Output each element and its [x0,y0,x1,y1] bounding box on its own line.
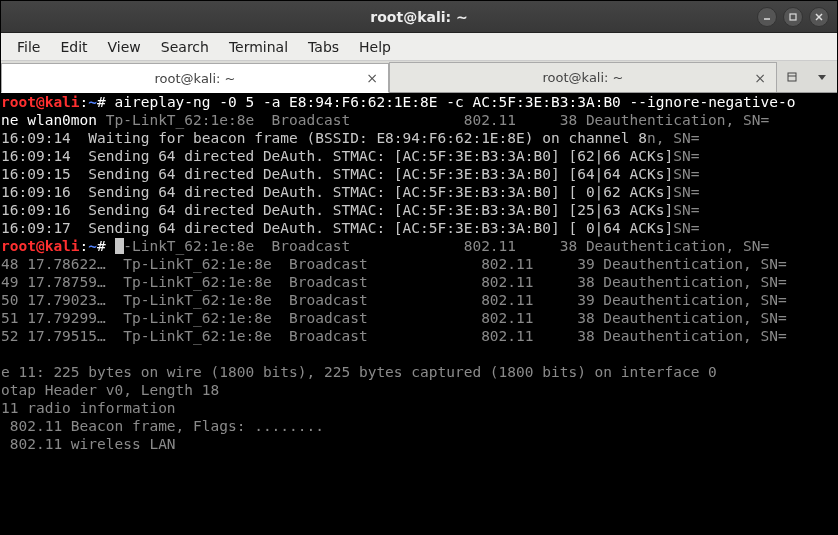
svg-marker-6 [818,75,826,80]
tab-label: root@kali: ~ [543,70,624,85]
menu-terminal[interactable]: Terminal [221,36,296,58]
menu-edit[interactable]: Edit [52,36,95,58]
tab-close-icon[interactable]: × [366,70,378,86]
window-title: root@kali: ~ [1,9,837,25]
svg-rect-4 [788,73,796,81]
menu-view[interactable]: View [100,36,149,58]
window-controls [757,7,829,27]
terminal-area[interactable]: root@kali:~# aireplay-ng -0 5 -a E8:94:F… [1,93,837,534]
menu-tabs[interactable]: Tabs [300,36,347,58]
menu-file[interactable]: File [9,36,48,58]
maximize-button[interactable] [783,7,803,27]
svg-rect-1 [790,14,796,20]
tab-label: root@kali: ~ [155,71,236,86]
tab-extras [777,62,837,92]
tab-dropdown-icon[interactable] [814,69,830,85]
menu-search[interactable]: Search [153,36,217,58]
titlebar: root@kali: ~ [1,1,837,33]
tab-2[interactable]: root@kali: ~ × [389,62,777,92]
tab-overflow-icon[interactable] [784,69,800,85]
close-button[interactable] [809,7,829,27]
minimize-button[interactable] [757,7,777,27]
menu-help[interactable]: Help [351,36,399,58]
tab-1[interactable]: root@kali: ~ × [1,63,389,93]
menubar: File Edit View Search Terminal Tabs Help [1,33,837,61]
tabbar: root@kali: ~ × root@kali: ~ × [1,61,837,93]
tab-close-icon[interactable]: × [754,70,766,86]
